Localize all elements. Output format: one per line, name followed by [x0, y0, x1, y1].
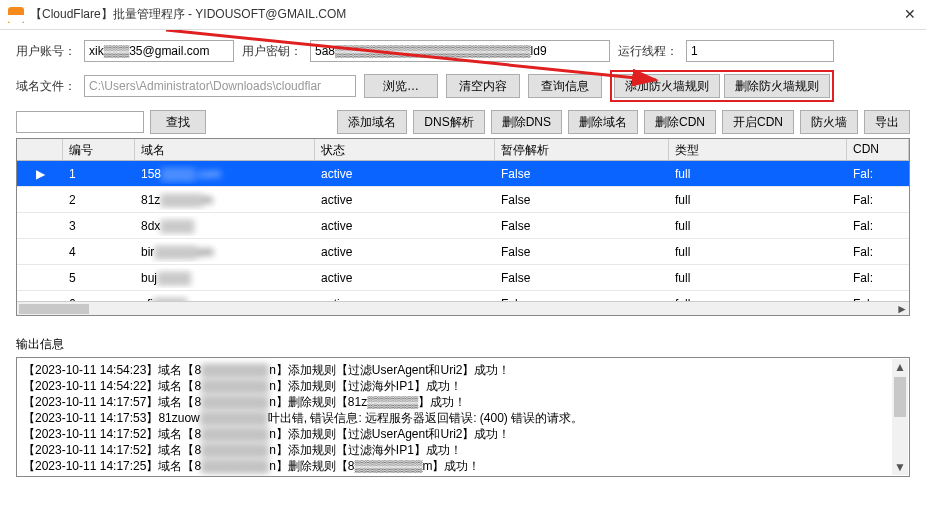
user-secret-input[interactable] [310, 40, 610, 62]
scroll-up-icon[interactable]: ▲ [892, 359, 908, 375]
row-indicator [17, 197, 63, 203]
cell-no: 3 [63, 216, 135, 236]
output-vertical-scrollbar[interactable]: ▲ ▼ [892, 359, 908, 475]
cell-status: active [315, 268, 495, 288]
cell-status: active [315, 164, 495, 184]
dns-resolve-button[interactable]: DNS解析 [413, 110, 484, 134]
col-cdn[interactable]: CDN [847, 139, 909, 161]
domain-file-input[interactable] [84, 75, 356, 97]
add-firewall-rule-button[interactable]: 添加防火墙规则 [614, 74, 720, 98]
export-button[interactable]: 导出 [864, 110, 910, 134]
label-domain-file: 域名文件： [16, 78, 76, 95]
cell-paused: False [495, 164, 669, 184]
row-indicator: ▶ [17, 164, 63, 184]
output-log-box[interactable]: 【2023-10-11 14:54:23】域名【8▒▒▒▒▒▒▒▒n】添加规则【… [16, 357, 910, 477]
delete-dns-button[interactable]: 删除DNS [491, 110, 562, 134]
log-line: 【2023-10-11 14:17:53】81zuow▒▒▒▒▒▒▒▒叶出错, … [23, 410, 903, 426]
cell-domain: bir▒▒▒▒▒om [135, 242, 315, 262]
user-account-input[interactable] [84, 40, 234, 62]
close-icon[interactable]: ✕ [904, 6, 916, 22]
find-button[interactable]: 查找 [150, 110, 206, 134]
col-domain[interactable]: 域名 [135, 139, 315, 161]
cell-cdn: Fal: [847, 216, 909, 236]
grid-horizontal-scrollbar[interactable]: ◄ ► [17, 301, 909, 315]
app-icon [8, 7, 24, 23]
table-row[interactable]: ▶1158▒▒▒▒.comactiveFalsefullFal: [17, 161, 909, 187]
col-type[interactable]: 类型 [669, 139, 847, 161]
domain-grid[interactable]: 编号 域名 状态 暂停解析 类型 CDN ▶1158▒▒▒▒.comactive… [16, 138, 910, 316]
delete-firewall-rule-button[interactable]: 删除防火墙规则 [724, 74, 830, 98]
window-title: 【CloudFlare】批量管理程序 - YIDOUSOFT@GMAIL.COM [30, 6, 346, 23]
cell-no: 1 [63, 164, 135, 184]
cell-no: 4 [63, 242, 135, 262]
cell-cdn: Fal: [847, 268, 909, 288]
col-paused[interactable]: 暂停解析 [495, 139, 669, 161]
cell-status: active [315, 242, 495, 262]
log-line: 【2023-10-11 14:17:52】域名【8▒▒▒▒▒▒▒▒n】添加规则【… [23, 442, 903, 458]
add-domain-button[interactable]: 添加域名 [337, 110, 407, 134]
log-line: 【2023-10-11 14:54:23】域名【8▒▒▒▒▒▒▒▒n】添加规则【… [23, 362, 903, 378]
col-no[interactable]: 编号 [63, 139, 135, 161]
cell-status: active [315, 190, 495, 210]
col-status[interactable]: 状态 [315, 139, 495, 161]
col-selector [17, 139, 63, 161]
delete-cdn-button[interactable]: 删除CDN [644, 110, 716, 134]
label-run-threads: 运行线程： [618, 43, 678, 60]
cell-paused: False [495, 268, 669, 288]
table-row[interactable]: 38dx▒▒▒▒activeFalsefullFal: [17, 213, 909, 239]
label-output-info: 输出信息 [16, 336, 926, 353]
cell-no: 5 [63, 268, 135, 288]
log-line: 【2023-10-11 14:17:57】域名【8▒▒▒▒▒▒▒▒n】删除规则【… [23, 394, 903, 410]
scroll-right-icon[interactable]: ► [895, 302, 909, 316]
scroll-thumb[interactable] [894, 377, 906, 417]
table-row[interactable]: 5buj▒▒▒▒activeFalsefullFal: [17, 265, 909, 291]
label-user-account: 用户账号： [16, 43, 76, 60]
table-row[interactable]: 281z▒▒▒▒▒mactiveFalsefullFal: [17, 187, 909, 213]
log-line: 【2023-10-11 14:17:25】域名【8▒▒▒▒▒▒▒▒n】删除规则【… [23, 458, 903, 474]
scroll-thumb[interactable] [19, 304, 89, 314]
firewall-rule-highlight: 添加防火墙规则 删除防火墙规则 [610, 70, 834, 102]
cell-type: full [669, 164, 847, 184]
run-threads-input[interactable] [686, 40, 834, 62]
delete-domain-button[interactable]: 删除域名 [568, 110, 638, 134]
table-row[interactable]: 4bir▒▒▒▒▒omactiveFalsefullFal: [17, 239, 909, 265]
cell-domain: buj▒▒▒▒ [135, 268, 315, 288]
cell-type: full [669, 190, 847, 210]
cell-domain: 81z▒▒▒▒▒m [135, 190, 315, 210]
log-line: 【2023-10-11 14:54:22】域名【8▒▒▒▒▒▒▒▒n】添加规则【… [23, 378, 903, 394]
cell-status: active [315, 216, 495, 236]
open-cdn-button[interactable]: 开启CDN [722, 110, 794, 134]
row-indicator [17, 249, 63, 255]
row-indicator [17, 223, 63, 229]
clear-button[interactable]: 清空内容 [446, 74, 520, 98]
row-indicator [17, 275, 63, 281]
cell-type: full [669, 268, 847, 288]
firewall-button[interactable]: 防火墙 [800, 110, 858, 134]
cell-type: full [669, 242, 847, 262]
query-button[interactable]: 查询信息 [528, 74, 602, 98]
cell-paused: False [495, 242, 669, 262]
cell-cdn: Fal: [847, 190, 909, 210]
cell-domain: 8dx▒▒▒▒ [135, 216, 315, 236]
cell-type: full [669, 216, 847, 236]
cell-domain: 158▒▒▒▒.com [135, 164, 315, 184]
scroll-down-icon[interactable]: ▼ [892, 459, 908, 475]
cell-cdn: Fal: [847, 242, 909, 262]
log-line: 【2023-10-11 14:17:52】域名【8▒▒▒▒▒▒▒▒n】添加规则【… [23, 426, 903, 442]
cell-paused: False [495, 216, 669, 236]
cell-paused: False [495, 190, 669, 210]
cell-no: 2 [63, 190, 135, 210]
cell-cdn: Fal: [847, 164, 909, 184]
label-user-secret: 用户密钥： [242, 43, 302, 60]
find-input[interactable] [16, 111, 144, 133]
browse-button[interactable]: 浏览… [364, 74, 438, 98]
